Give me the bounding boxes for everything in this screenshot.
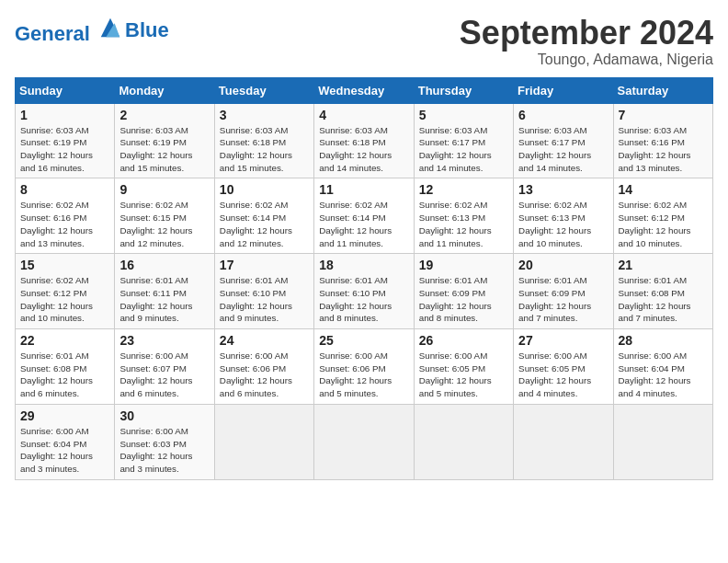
day-number: 7 bbox=[619, 108, 708, 122]
day-cell bbox=[414, 404, 513, 479]
day-cell: 25 Sunrise: 6:00 AM Sunset: 6:06 PM Dayl… bbox=[314, 329, 414, 405]
day-number: 19 bbox=[419, 258, 508, 272]
day-number: 24 bbox=[220, 333, 309, 348]
day-info: Sunrise: 6:03 AM Sunset: 6:16 PM Dayligh… bbox=[619, 124, 708, 175]
day-cell: 1 Sunrise: 6:03 AM Sunset: 6:19 PM Dayli… bbox=[16, 103, 115, 178]
day-number: 2 bbox=[119, 108, 209, 122]
day-info: Sunrise: 6:01 AM Sunset: 6:10 PM Dayligh… bbox=[220, 274, 309, 325]
day-cell bbox=[214, 404, 313, 479]
day-cell: 17 Sunrise: 6:01 AM Sunset: 6:10 PM Dayl… bbox=[214, 254, 313, 329]
day-info: Sunrise: 6:00 AM Sunset: 6:04 PM Dayligh… bbox=[619, 350, 708, 400]
day-number: 6 bbox=[518, 108, 608, 122]
day-info: Sunrise: 6:01 AM Sunset: 6:09 PM Dayligh… bbox=[419, 274, 508, 325]
day-cell: 8 Sunrise: 6:02 AM Sunset: 6:16 PM Dayli… bbox=[16, 178, 115, 254]
day-number: 22 bbox=[20, 333, 109, 348]
day-number: 29 bbox=[20, 408, 109, 423]
day-cell: 6 Sunrise: 6:03 AM Sunset: 6:17 PM Dayli… bbox=[514, 103, 613, 178]
day-number: 18 bbox=[319, 258, 408, 272]
day-number: 15 bbox=[20, 258, 109, 272]
week-row-4: 22 Sunrise: 6:01 AM Sunset: 6:08 PM Dayl… bbox=[16, 329, 713, 405]
day-number: 17 bbox=[220, 258, 309, 272]
day-cell: 27 Sunrise: 6:00 AM Sunset: 6:05 PM Dayl… bbox=[514, 329, 613, 405]
day-info: Sunrise: 6:02 AM Sunset: 6:13 PM Dayligh… bbox=[518, 199, 608, 249]
day-info: Sunrise: 6:03 AM Sunset: 6:17 PM Dayligh… bbox=[419, 124, 508, 175]
day-cell: 12 Sunrise: 6:02 AM Sunset: 6:13 PM Dayl… bbox=[414, 178, 513, 254]
day-info: Sunrise: 6:02 AM Sunset: 6:16 PM Dayligh… bbox=[20, 199, 109, 249]
day-cell: 3 Sunrise: 6:03 AM Sunset: 6:18 PM Dayli… bbox=[214, 103, 313, 178]
day-cell: 11 Sunrise: 6:02 AM Sunset: 6:14 PM Dayl… bbox=[314, 178, 414, 254]
day-number: 27 bbox=[518, 333, 608, 348]
day-info: Sunrise: 6:03 AM Sunset: 6:17 PM Dayligh… bbox=[518, 124, 608, 175]
day-cell: 7 Sunrise: 6:03 AM Sunset: 6:16 PM Dayli… bbox=[613, 103, 712, 178]
day-info: Sunrise: 6:03 AM Sunset: 6:18 PM Dayligh… bbox=[319, 124, 408, 175]
day-cell: 19 Sunrise: 6:01 AM Sunset: 6:09 PM Dayl… bbox=[414, 254, 513, 329]
day-cell: 4 Sunrise: 6:03 AM Sunset: 6:18 PM Dayli… bbox=[314, 103, 414, 178]
day-cell bbox=[314, 404, 414, 479]
week-row-1: 1 Sunrise: 6:03 AM Sunset: 6:19 PM Dayli… bbox=[16, 103, 713, 178]
day-cell bbox=[514, 404, 613, 479]
day-cell: 30 Sunrise: 6:00 AM Sunset: 6:03 PM Dayl… bbox=[115, 404, 214, 479]
day-info: Sunrise: 6:02 AM Sunset: 6:15 PM Dayligh… bbox=[119, 199, 209, 249]
column-header-saturday: Saturday bbox=[613, 77, 712, 103]
day-number: 5 bbox=[419, 108, 508, 122]
day-cell: 2 Sunrise: 6:03 AM Sunset: 6:19 PM Dayli… bbox=[115, 103, 214, 178]
logo-text: General bbox=[15, 15, 123, 45]
day-cell: 20 Sunrise: 6:01 AM Sunset: 6:09 PM Dayl… bbox=[514, 254, 613, 329]
day-cell: 26 Sunrise: 6:00 AM Sunset: 6:05 PM Dayl… bbox=[414, 329, 513, 405]
week-row-5: 29 Sunrise: 6:00 AM Sunset: 6:04 PM Dayl… bbox=[16, 404, 713, 479]
day-cell: 13 Sunrise: 6:02 AM Sunset: 6:13 PM Dayl… bbox=[514, 178, 613, 254]
day-number: 4 bbox=[319, 108, 408, 122]
day-info: Sunrise: 6:00 AM Sunset: 6:06 PM Dayligh… bbox=[319, 350, 408, 400]
day-cell: 29 Sunrise: 6:00 AM Sunset: 6:04 PM Dayl… bbox=[16, 404, 115, 479]
day-info: Sunrise: 6:00 AM Sunset: 6:04 PM Dayligh… bbox=[20, 425, 109, 476]
day-cell: 16 Sunrise: 6:01 AM Sunset: 6:11 PM Dayl… bbox=[115, 254, 214, 329]
day-number: 26 bbox=[419, 333, 508, 348]
day-number: 1 bbox=[20, 108, 109, 122]
day-cell: 22 Sunrise: 6:01 AM Sunset: 6:08 PM Dayl… bbox=[16, 329, 115, 405]
day-cell: 28 Sunrise: 6:00 AM Sunset: 6:04 PM Dayl… bbox=[613, 329, 712, 405]
location-title: Toungo, Adamawa, Nigeria bbox=[460, 52, 713, 68]
day-cell: 23 Sunrise: 6:00 AM Sunset: 6:07 PM Dayl… bbox=[115, 329, 214, 405]
day-number: 3 bbox=[220, 108, 309, 122]
day-number: 30 bbox=[119, 408, 209, 423]
day-cell bbox=[613, 404, 712, 479]
day-info: Sunrise: 6:03 AM Sunset: 6:19 PM Dayligh… bbox=[119, 124, 209, 175]
day-number: 28 bbox=[619, 333, 708, 348]
day-cell: 21 Sunrise: 6:01 AM Sunset: 6:08 PM Dayl… bbox=[613, 254, 712, 329]
day-info: Sunrise: 6:01 AM Sunset: 6:08 PM Dayligh… bbox=[20, 350, 109, 400]
day-info: Sunrise: 6:02 AM Sunset: 6:14 PM Dayligh… bbox=[319, 199, 408, 249]
day-info: Sunrise: 6:00 AM Sunset: 6:03 PM Dayligh… bbox=[119, 425, 209, 476]
day-info: Sunrise: 6:01 AM Sunset: 6:08 PM Dayligh… bbox=[619, 274, 708, 325]
day-info: Sunrise: 6:00 AM Sunset: 6:07 PM Dayligh… bbox=[119, 350, 209, 400]
day-number: 25 bbox=[319, 333, 408, 348]
day-info: Sunrise: 6:01 AM Sunset: 6:11 PM Dayligh… bbox=[119, 274, 209, 325]
day-number: 20 bbox=[518, 258, 608, 272]
column-header-wednesday: Wednesday bbox=[314, 77, 414, 103]
day-number: 14 bbox=[619, 182, 708, 197]
day-number: 16 bbox=[119, 258, 209, 272]
day-info: Sunrise: 6:03 AM Sunset: 6:18 PM Dayligh… bbox=[220, 124, 309, 175]
day-number: 13 bbox=[518, 182, 608, 197]
day-cell: 10 Sunrise: 6:02 AM Sunset: 6:14 PM Dayl… bbox=[214, 178, 313, 254]
month-title: September 2024 bbox=[460, 15, 713, 52]
calendar-header-row: SundayMondayTuesdayWednesdayThursdayFrid… bbox=[16, 77, 713, 103]
day-info: Sunrise: 6:01 AM Sunset: 6:10 PM Dayligh… bbox=[319, 274, 408, 325]
week-row-2: 8 Sunrise: 6:02 AM Sunset: 6:16 PM Dayli… bbox=[16, 178, 713, 254]
day-info: Sunrise: 6:02 AM Sunset: 6:12 PM Dayligh… bbox=[619, 199, 708, 249]
day-info: Sunrise: 6:00 AM Sunset: 6:05 PM Dayligh… bbox=[419, 350, 508, 400]
logo-blue-text: Blue bbox=[125, 19, 169, 41]
column-header-friday: Friday bbox=[514, 77, 613, 103]
day-number: 12 bbox=[419, 182, 508, 197]
day-info: Sunrise: 6:02 AM Sunset: 6:14 PM Dayligh… bbox=[220, 199, 309, 249]
calendar-table: SundayMondayTuesdayWednesdayThursdayFrid… bbox=[15, 77, 713, 480]
day-cell: 15 Sunrise: 6:02 AM Sunset: 6:12 PM Dayl… bbox=[16, 254, 115, 329]
logo-icon bbox=[97, 15, 123, 40]
day-info: Sunrise: 6:00 AM Sunset: 6:05 PM Dayligh… bbox=[518, 350, 608, 400]
day-cell: 5 Sunrise: 6:03 AM Sunset: 6:17 PM Dayli… bbox=[414, 103, 513, 178]
page-header: General Blue September 2024 Toungo, Adam… bbox=[15, 15, 713, 68]
day-number: 23 bbox=[119, 333, 209, 348]
week-row-3: 15 Sunrise: 6:02 AM Sunset: 6:12 PM Dayl… bbox=[16, 254, 713, 329]
day-number: 8 bbox=[20, 182, 109, 197]
day-info: Sunrise: 6:02 AM Sunset: 6:12 PM Dayligh… bbox=[20, 274, 109, 325]
day-cell: 9 Sunrise: 6:02 AM Sunset: 6:15 PM Dayli… bbox=[115, 178, 214, 254]
